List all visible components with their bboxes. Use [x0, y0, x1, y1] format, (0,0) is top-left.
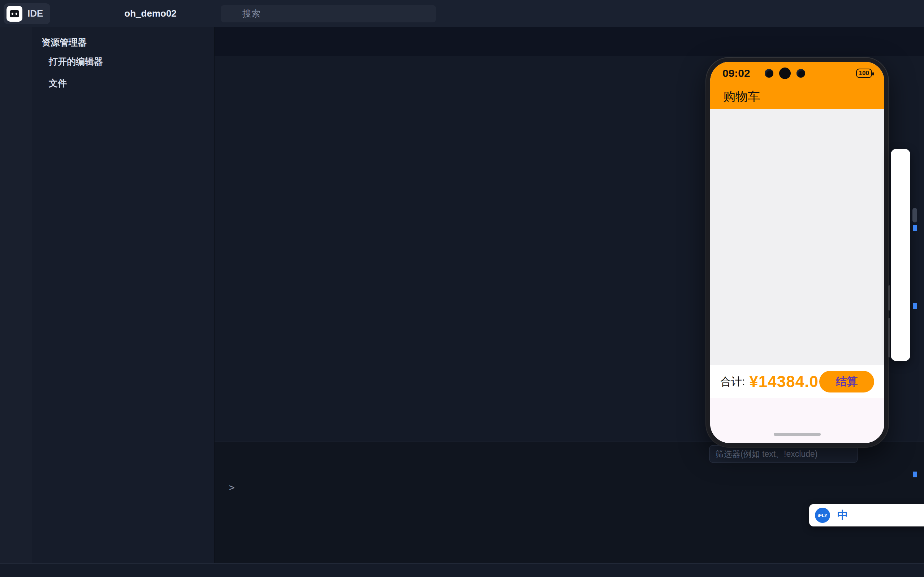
bottom-panel: >	[214, 442, 924, 563]
phone-bottom-nav	[710, 398, 884, 433]
search-icon	[227, 10, 236, 18]
ide-logo-text: IDE	[27, 8, 43, 19]
phone-app-title: 购物车	[723, 89, 760, 105]
cart-list	[710, 109, 884, 365]
explorer-sidebar: 资源管理器 打开的编辑器 文件	[32, 27, 214, 563]
ifly-logo[interactable]: iFLY	[815, 508, 830, 523]
phone-statusbar: 09:02 100	[710, 62, 884, 85]
files-section-label: 文件	[49, 77, 67, 89]
ime-toolbar: iFLY 中	[809, 504, 924, 527]
close-panel-icon[interactable]	[906, 449, 916, 459]
chevron-down-icon	[181, 10, 189, 18]
phone-status-icons: 100	[801, 68, 872, 78]
emulator-toolbar	[891, 149, 910, 361]
phone-screen: 09:02 100 购物车 合计: ¥14384.0	[710, 62, 884, 443]
search-icon[interactable]	[827, 449, 838, 459]
sidebar-title: 资源管理器	[42, 37, 87, 48]
total-value: ¥14384.0	[749, 372, 819, 391]
activity-bar	[0, 27, 32, 563]
phone-volume-button	[888, 285, 890, 311]
chevron-up-icon[interactable]	[887, 449, 897, 459]
total-label: 合计:	[720, 374, 745, 389]
wifi-icon	[829, 68, 839, 78]
scrollbar-marker	[913, 472, 917, 477]
battery-indicator: 100	[856, 69, 872, 78]
app-logo[interactable]: IDE	[3, 3, 50, 24]
code-brackets-icon	[815, 68, 825, 78]
panel-toolbar	[710, 445, 916, 463]
camera-punch-holes	[765, 68, 805, 79]
more-actions-icon[interactable]	[196, 37, 206, 48]
apps-grid-icon[interactable]	[909, 510, 921, 521]
open-editors-label: 打开的编辑器	[49, 56, 103, 68]
status-bar	[0, 563, 924, 577]
checkout-button[interactable]: 结算	[819, 371, 874, 393]
scrollbar-marker	[913, 303, 917, 309]
search-input[interactable]	[242, 8, 429, 19]
pin-icon[interactable]	[855, 510, 866, 521]
scrollbar-thumb[interactable]	[913, 208, 917, 222]
checkout-label: 结算	[836, 374, 858, 389]
signal-icon	[842, 68, 853, 78]
phone-power-button	[888, 318, 890, 358]
titlebar: IDE oh_demo02	[0, 0, 924, 27]
files-section[interactable]: 文件	[32, 75, 214, 91]
editor-scrollbar[interactable]	[912, 56, 918, 442]
people-icon[interactable]	[892, 510, 902, 521]
ide-window: IDE oh_demo02 资源管理器 打开的编辑器	[0, 0, 924, 577]
microphone-icon[interactable]	[873, 510, 884, 521]
console-prompt[interactable]: >	[229, 480, 924, 495]
home-indicator	[710, 433, 884, 443]
filter-input[interactable]	[715, 449, 823, 459]
scrollbar-marker	[913, 225, 917, 231]
ide-logo-icon	[6, 6, 23, 22]
project-name-label: oh_demo02	[124, 8, 177, 19]
phone-emulator: 09:02 100 购物车 合计: ¥14384.0	[706, 58, 888, 447]
global-search[interactable]	[221, 5, 436, 23]
hamburger-menu-icon[interactable]	[93, 8, 104, 19]
cart-summary-bar: 合计: ¥14384.0 结算	[710, 365, 884, 398]
sidebar-header: 资源管理器	[32, 27, 214, 53]
console-filter[interactable]	[710, 445, 858, 463]
phone-clock: 09:02	[722, 67, 750, 79]
filter-lines-icon[interactable]	[842, 449, 852, 459]
swap-panel-icon[interactable]	[867, 449, 877, 459]
chevron-down-icon	[37, 79, 45, 87]
titlebar-separator	[114, 8, 114, 19]
editor-tabbar	[214, 27, 924, 56]
chevron-down-icon	[37, 57, 45, 65]
project-selector[interactable]: oh_demo02	[124, 8, 189, 19]
ime-language-toggle[interactable]: 中	[837, 508, 848, 523]
phone-appbar: 购物车	[710, 85, 884, 109]
open-editors-section[interactable]: 打开的编辑器	[32, 53, 214, 69]
